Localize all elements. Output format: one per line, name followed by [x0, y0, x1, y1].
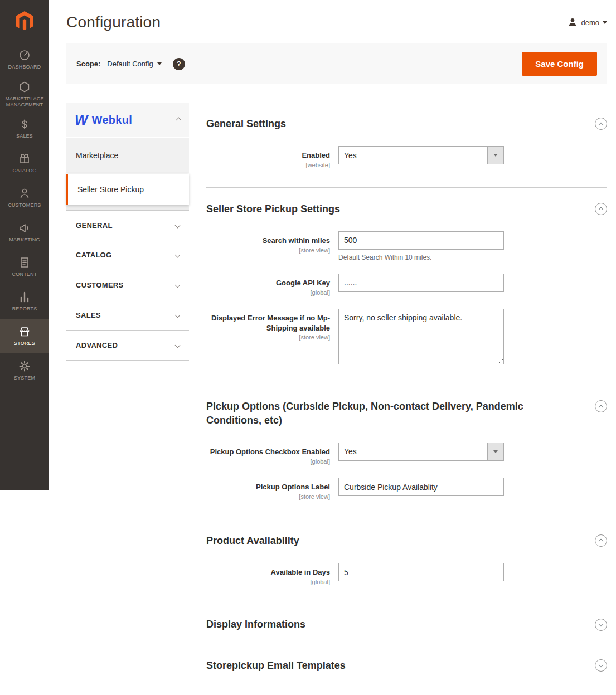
pickup-options-label-input[interactable]: [338, 478, 504, 496]
section-title[interactable]: Pickup Options (Curbside Pickup, Non-con…: [206, 400, 566, 427]
page-header: Configuration demo: [66, 0, 607, 31]
google-api-key-input[interactable]: [338, 274, 504, 292]
expand-section-icon[interactable]: [595, 659, 607, 672]
user-icon: [568, 17, 578, 27]
scope-select[interactable]: Default Config: [107, 60, 161, 68]
sidebar-item-dashboard[interactable]: DASHBOARD: [0, 42, 49, 77]
field-label: Enabled: [302, 151, 330, 159]
reports-icon: [18, 291, 31, 303]
field-scope: [store view]: [206, 246, 330, 255]
field-pickup-options-label: Pickup Options Label [store view]: [206, 478, 607, 500]
accordion-sales[interactable]: SALES: [66, 300, 189, 331]
field-scope: [store view]: [206, 333, 330, 342]
section-title[interactable]: Seller Store Pickup Settings: [206, 202, 340, 216]
accordion-label: CUSTOMERS: [76, 281, 124, 289]
nav-item-marketplace[interactable]: Marketplace: [66, 138, 189, 173]
error-message-textarea[interactable]: Sorry, no seller shipping available.: [338, 309, 504, 364]
field-pickup-options-checkbox-enabled: Pickup Options Checkbox Enabled [global]…: [206, 443, 607, 465]
accordion-general[interactable]: GENERAL: [66, 210, 189, 240]
magento-logo-icon[interactable]: [0, 0, 49, 42]
section-title[interactable]: Storepickup Email Templates: [206, 659, 346, 672]
field-label: Available in Days: [271, 568, 330, 576]
select-dropdown-button[interactable]: [487, 147, 503, 164]
webkul-brand-header[interactable]: W Webkul: [66, 103, 189, 137]
select-value: Yes: [339, 147, 487, 164]
section-display-informations: Display Informations: [206, 604, 607, 645]
accordion-customers[interactable]: CUSTOMERS: [66, 270, 189, 300]
main-area: Configuration demo Scope: Default Config…: [49, 0, 616, 695]
collapse-section-icon[interactable]: [595, 400, 607, 412]
accordion-label: ADVANCED: [76, 341, 118, 349]
collapse-section-icon[interactable]: [595, 203, 607, 215]
chevron-up-icon: [176, 117, 182, 123]
field-label: Pickup Options Label: [256, 483, 330, 491]
sidebar-item-system[interactable]: SYSTEM: [0, 353, 49, 388]
config-sections: General Settings Enabled [website] Yes: [206, 103, 607, 695]
dashboard-icon: [18, 49, 31, 61]
field-note: Default Search Within 10 miles.: [338, 254, 504, 261]
page-title: Configuration: [66, 13, 161, 31]
section-title[interactable]: Display Informations: [206, 618, 305, 631]
nav-item-seller-store-pickup[interactable]: Seller Store Pickup: [66, 174, 189, 205]
help-icon[interactable]: ?: [173, 58, 185, 70]
available-in-days-input[interactable]: [338, 563, 504, 581]
user-menu[interactable]: demo: [568, 17, 607, 27]
sidebar-item-label: CATALOG: [11, 168, 38, 174]
webkul-logo-icon: W: [75, 112, 88, 128]
field-label: Pickup Options Checkbox Enabled: [210, 448, 330, 456]
expand-section-icon[interactable]: [595, 619, 607, 631]
nav-item-label: Marketplace: [76, 151, 118, 160]
enabled-select[interactable]: Yes: [338, 146, 504, 164]
sidebar-item-marketing[interactable]: MARKETING: [0, 215, 49, 250]
customers-icon: [18, 187, 31, 200]
save-config-button[interactable]: Save Config: [522, 52, 597, 76]
sidebar-item-label: REPORTS: [11, 306, 39, 312]
section-product-availability: Product Availability Available in Days […: [206, 519, 607, 605]
sidebar-item-label: SALES: [14, 133, 35, 139]
field-available-in-days: Available in Days [global]: [206, 563, 607, 586]
chevron-down-icon: [175, 222, 181, 228]
scope-value: Default Config: [107, 60, 153, 68]
sidebar-item-content[interactable]: CONTENT: [0, 250, 49, 284]
caret-down-icon: [493, 450, 498, 453]
chevron-down-icon: [603, 21, 607, 24]
collapse-section-icon[interactable]: [595, 534, 607, 547]
pickup-options-enabled-select[interactable]: Yes: [338, 443, 504, 461]
catalog-icon: [18, 153, 31, 165]
chevron-down-icon: [175, 283, 181, 288]
section-title[interactable]: Product Availability: [206, 534, 299, 547]
field-scope: [website]: [206, 161, 330, 169]
select-dropdown-button[interactable]: [487, 443, 503, 460]
section-title[interactable]: General Settings: [206, 117, 286, 130]
sidebar-item-reports[interactable]: REPORTS: [0, 284, 49, 319]
scope-label: Scope:: [76, 60, 100, 68]
config-nav-panel: W Webkul Marketplace Seller Store Pickup…: [66, 103, 189, 695]
field-google-api-key: Google API Key [global]: [206, 274, 607, 297]
caret-down-icon: [493, 154, 498, 157]
accordion-label: GENERAL: [76, 221, 113, 230]
sidebar-item-marketplace-management[interactable]: MARKETPLACE MANAGEMENT: [0, 77, 49, 111]
chevron-down-icon: [175, 252, 181, 258]
field-label: Search within miles: [263, 236, 330, 245]
select-value: Yes: [339, 443, 487, 460]
field-error-message: Displayed Error Message if no Mp-Shippin…: [206, 309, 607, 367]
sidebar-item-catalog[interactable]: CATALOG: [0, 146, 49, 181]
sidebar-item-customers[interactable]: CUSTOMERS: [0, 181, 49, 215]
sidebar-item-sales[interactable]: SALES: [0, 111, 49, 146]
nav-item-label: Seller Store Pickup: [77, 185, 144, 194]
collapse-section-icon[interactable]: [595, 118, 607, 130]
accordion-label: SALES: [76, 311, 101, 319]
search-within-miles-input[interactable]: [338, 231, 504, 250]
section-general-settings: General Settings Enabled [website] Yes: [206, 103, 607, 188]
sidebar-item-stores[interactable]: STORES: [0, 319, 49, 353]
section-pickup-settings: Seller Store Pickup Settings Search with…: [206, 188, 607, 386]
accordion-advanced[interactable]: ADVANCED: [66, 331, 189, 361]
chevron-down-icon: [175, 313, 181, 318]
accordion-catalog[interactable]: CATALOG: [66, 240, 189, 270]
field-scope: [global]: [206, 458, 330, 466]
sidebar-item-label: MARKETPLACE MANAGEMENT: [0, 96, 49, 108]
sales-icon: [18, 118, 31, 130]
webkul-brand-name: Webkul: [92, 114, 133, 127]
field-label: Google API Key: [276, 279, 330, 287]
section-product-information: Seller Store Pickup Product Information: [206, 686, 607, 695]
